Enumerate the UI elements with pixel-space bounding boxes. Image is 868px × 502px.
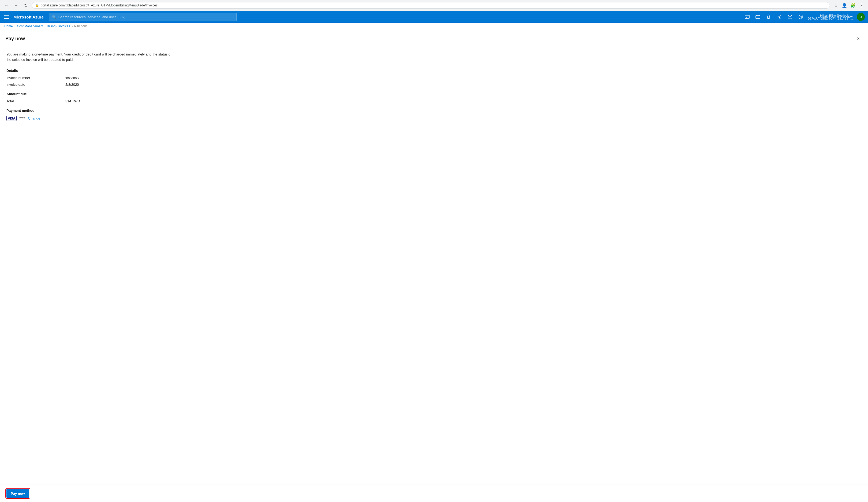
details-heading: Details <box>7 69 861 73</box>
description-text: You are making a one-time payment. Your … <box>7 52 173 62</box>
invoice-date-row: Invoice date 2/8/2020 <box>7 83 861 86</box>
card-dots: **** <box>19 116 25 120</box>
panel-footer: Pay now <box>0 484 868 500</box>
amount-due-heading: Amount due <box>7 92 861 96</box>
payment-method-section: Payment method VISA **** Change <box>7 109 861 121</box>
svg-point-9 <box>801 16 802 17</box>
svg-rect-2 <box>756 16 760 19</box>
cloud-shell-button[interactable] <box>742 12 752 22</box>
payment-row: VISA **** Change <box>7 116 861 121</box>
bookmark-button[interactable]: ☆ <box>832 2 840 9</box>
more-button[interactable]: ⋮ <box>858 2 865 9</box>
azure-header: Microsoft Azure 🔍 Search resources, serv… <box>0 11 868 23</box>
panel-title: Pay now <box>6 36 25 42</box>
payment-method-heading: Payment method <box>7 109 861 113</box>
breadcrumb-sep-2: › <box>72 25 73 28</box>
header-actions: ? billtest456tw@outlook.c... DEFAULT DIR… <box>742 12 865 22</box>
refresh-button[interactable]: ↻ <box>22 2 30 9</box>
feedback-button[interactable] <box>796 12 806 22</box>
azure-logo: Microsoft Azure <box>13 15 44 19</box>
breadcrumb-current: Pay now <box>74 24 86 28</box>
svg-point-7 <box>799 15 803 19</box>
svg-point-8 <box>800 16 800 17</box>
invoice-number-label: Invoice number <box>7 76 65 80</box>
help-button[interactable]: ? <box>785 12 795 22</box>
main-panel: Pay now × You are making a one-time paym… <box>0 30 868 500</box>
user-info: billtest456tw@outlook.c... DEFAULT DIREC… <box>808 14 854 20</box>
url-text: portal.azure.com/#blade/Microsoft_Azure_… <box>41 3 157 7</box>
svg-text:?: ? <box>789 16 791 19</box>
profile-button[interactable]: 👤 <box>841 2 848 9</box>
user-avatar[interactable]: J <box>857 13 865 21</box>
breadcrumb-billing[interactable]: Cost Management + Billing - Invoices <box>17 24 70 28</box>
user-email: billtest456tw@outlook.c... <box>820 14 854 17</box>
svg-point-4 <box>779 16 780 18</box>
user-directory: DEFAULT DIRECTORY (BILLTEST4... <box>808 17 854 20</box>
invoice-date-value: 2/8/2020 <box>65 83 79 86</box>
directory-button[interactable] <box>753 12 763 22</box>
visa-logo: VISA <box>7 116 17 121</box>
invoice-number-row: Invoice number xxxxxxxx <box>7 76 861 80</box>
panel-header: Pay now × <box>0 30 868 47</box>
breadcrumb-sep-1: › <box>14 25 15 28</box>
total-row: Total 314 TWD <box>7 99 861 103</box>
invoice-date-label: Invoice date <box>7 83 65 86</box>
settings-button[interactable] <box>775 12 784 22</box>
total-value: 314 TWD <box>65 99 80 103</box>
amount-due-section: Amount due Total 314 TWD <box>7 92 861 103</box>
total-label: Total <box>7 99 65 103</box>
lock-icon: 🔒 <box>35 3 39 7</box>
invoice-number-value: xxxxxxxx <box>65 76 79 80</box>
close-button[interactable]: × <box>854 34 862 43</box>
breadcrumb: Home › Cost Management + Billing - Invoi… <box>0 23 868 30</box>
change-link[interactable]: Change <box>28 116 40 120</box>
search-icon: 🔍 <box>52 15 56 19</box>
back-button[interactable]: ← <box>3 2 10 9</box>
notifications-button[interactable] <box>764 12 773 22</box>
panel-body: You are making a one-time payment. Your … <box>0 47 868 131</box>
search-bar[interactable]: 🔍 Search resources, services, and docs (… <box>49 13 237 21</box>
pay-now-button[interactable]: Pay now <box>7 489 29 498</box>
search-placeholder-text: Search resources, services, and docs (G+… <box>59 15 125 19</box>
details-section: Details Invoice number xxxxxxxx Invoice … <box>7 69 861 86</box>
hamburger-menu-button[interactable] <box>3 14 10 20</box>
extension-button[interactable]: 🧩 <box>849 2 857 9</box>
forward-button[interactable]: → <box>12 2 20 9</box>
breadcrumb-home[interactable]: Home <box>4 24 13 28</box>
address-bar[interactable]: 🔒 portal.azure.com/#blade/Microsoft_Azur… <box>32 2 830 9</box>
